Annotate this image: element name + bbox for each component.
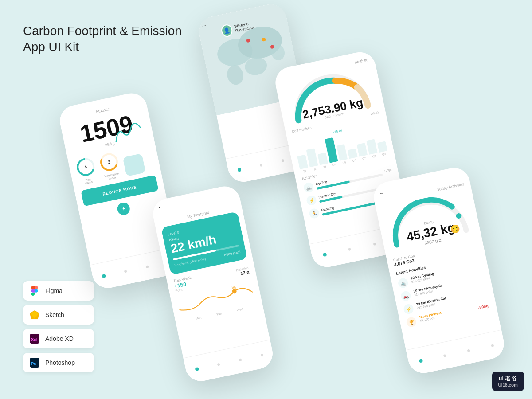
photoshop-label: Photoshop xyxy=(45,359,75,366)
photoshop-icon: Ps xyxy=(28,356,41,369)
running-icon: 🏃 xyxy=(309,207,320,219)
nav5-home[interactable] xyxy=(415,356,426,366)
phone5-negative: -500gr xyxy=(477,303,490,310)
nav3-home[interactable] xyxy=(319,249,330,260)
figma-icon xyxy=(28,285,41,297)
nav4-bell[interactable] xyxy=(213,359,224,370)
page-title: Carbon Footprint & Emission App UI Kit xyxy=(23,23,182,55)
phone3-co2stat-label: Co2 Statistic xyxy=(291,126,312,134)
phone5-team-icon: 🏆 xyxy=(406,316,417,328)
nav3-doc[interactable] xyxy=(369,239,380,249)
svg-text:8g: 8g xyxy=(231,285,236,290)
cycling-icon: 🚲 xyxy=(303,182,314,193)
nav2-doc[interactable] xyxy=(278,155,288,166)
phone2-back-arrow[interactable]: ← xyxy=(200,21,208,30)
watermark: ui 老 谷 UI18.com xyxy=(492,372,524,391)
phone4-day-wed: Wed xyxy=(236,307,243,312)
nav-doc[interactable] xyxy=(142,261,153,272)
electric-icon: ⚡ xyxy=(306,195,317,206)
nav-home[interactable] xyxy=(98,270,109,281)
phone5-cycling-icon: 🚲 xyxy=(397,277,409,289)
circle-veg-week: 3 VegetarianWeek xyxy=(98,150,122,181)
sketch-icon xyxy=(28,309,41,321)
phone-today-activities: ← Today Activities Biking 45,32 kg 6500 … xyxy=(371,165,507,376)
tool-photoshop: Ps Photoshop xyxy=(23,353,94,372)
nav5-bell[interactable] xyxy=(439,350,450,361)
tool-adobe-xd: Xd Adobe XD xyxy=(23,329,94,348)
phone1-bar-text: REDUCE MORE xyxy=(102,185,137,196)
cycling-percent: 50% xyxy=(384,168,392,173)
tools-section: Figma Sketch Xd Adobe XD Ps Photoshop xyxy=(23,281,94,372)
tool-figma: Figma xyxy=(23,281,94,301)
watermark-site: UI18.com xyxy=(498,383,518,387)
phone3-week: Week xyxy=(370,110,380,116)
phone-my-footprint: ← My Footprint Level 8 Biking 22 km/h Ne… xyxy=(150,184,276,384)
nav4-doc[interactable] xyxy=(235,354,246,365)
watermark-brand: ui 老 谷 xyxy=(499,375,517,383)
nav2-home[interactable] xyxy=(234,164,245,175)
nav4-user[interactable] xyxy=(257,350,267,360)
nav2-bell[interactable] xyxy=(256,160,266,170)
nav5-doc[interactable] xyxy=(463,345,474,356)
phone4-day-mon: Mon xyxy=(195,316,202,321)
phone5-electric-icon: ⚡ xyxy=(403,303,415,315)
figma-label: Figma xyxy=(45,287,63,294)
adobe-xd-label: Adobe XD xyxy=(45,335,74,342)
circle-bike-week: 4 BikeWeek xyxy=(74,156,99,187)
tool-sketch: Sketch xyxy=(23,305,94,325)
nav4-home[interactable] xyxy=(192,364,202,374)
phone4-points: 8500 point xyxy=(224,250,241,258)
circle-bike-label: BikeWeek xyxy=(84,177,93,185)
svg-text:Xd: Xd xyxy=(31,337,37,342)
adobe-xd-icon: Xd xyxy=(28,332,41,345)
phone4-day-tue: Tue xyxy=(216,312,222,316)
nav3-bell[interactable] xyxy=(344,244,355,254)
phone4-nav xyxy=(183,340,275,384)
nav5-user[interactable] xyxy=(487,340,497,351)
circle-veg-label: VegetarianWeek xyxy=(104,172,120,181)
phone5-motorcycle-icon: 🏍️ xyxy=(400,290,411,302)
nav-bell[interactable] xyxy=(120,266,131,277)
svg-text:Ps: Ps xyxy=(31,361,37,366)
sketch-label: Sketch xyxy=(45,311,64,318)
phone1-plus-button[interactable]: + xyxy=(116,201,131,216)
